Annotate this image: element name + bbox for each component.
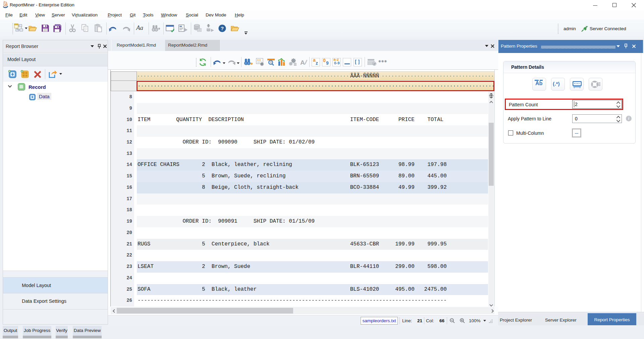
svg-text:?: ? (221, 25, 224, 31)
svg-text:A: A (300, 59, 305, 66)
